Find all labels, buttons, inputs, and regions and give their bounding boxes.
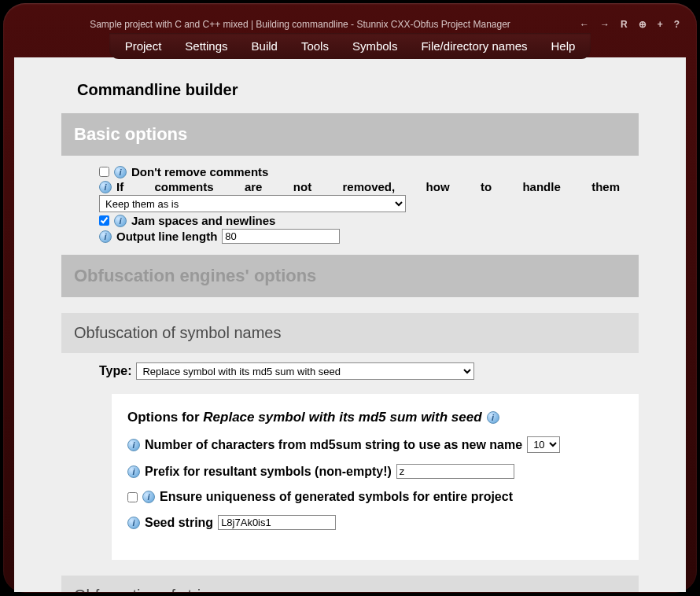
jam-spaces-label: Jam spaces and newlines <box>131 214 275 227</box>
section-engines-options: Obfuscation engines' options <box>61 255 639 297</box>
subsection-symbol-names: Obfuscation of symbol names <box>61 313 639 353</box>
info-icon[interactable] <box>127 439 140 451</box>
symbol-options-card: Options for Replace symbol with its md5 … <box>112 394 639 560</box>
num-chars-label: Number of characters from md5sum string … <box>145 438 522 452</box>
seed-input[interactable] <box>218 515 336 530</box>
subsection-strings: Obfuscation of strings <box>61 576 639 592</box>
info-icon[interactable] <box>142 491 155 503</box>
menubar: Project Settings Build Tools Symbols Fil… <box>109 33 591 59</box>
menu-help[interactable]: Help <box>551 39 576 53</box>
dont-remove-comments-checkbox[interactable] <box>99 167 109 177</box>
jam-spaces-checkbox[interactable] <box>99 215 109 226</box>
nav-forward-icon[interactable]: → <box>600 19 610 30</box>
info-icon[interactable] <box>127 465 140 478</box>
comments-handling-select[interactable]: Keep them as is <box>99 195 406 212</box>
symbol-type-row: Type: Replace symbol with its md5 sum wi… <box>61 362 639 380</box>
basic-options-block: Don't remove comments Ifcommentsarenotre… <box>61 165 639 255</box>
seed-label: Seed string <box>145 516 213 530</box>
info-icon[interactable] <box>127 517 140 529</box>
page-title: Commandline builder <box>77 81 639 99</box>
titlebar-controls: ← → R ⊕ + ? <box>580 19 680 30</box>
prefix-label: Prefix for resultant symbols (non-empty!… <box>145 465 392 479</box>
section-basic-options: Basic options <box>61 113 639 156</box>
nav-back-icon[interactable]: ← <box>580 19 589 30</box>
info-icon[interactable] <box>114 215 127 227</box>
info-icon[interactable] <box>487 411 499 424</box>
titlebar: Sample project with C and C++ mixed | Bu… <box>14 14 686 33</box>
info-icon[interactable] <box>99 230 112 243</box>
window-title: Sample project with C and C++ mixed | Bu… <box>20 19 580 30</box>
symbol-type-select[interactable]: Replace symbol with its md5 sum with see… <box>136 362 474 380</box>
type-label: Type: <box>99 364 131 378</box>
menu-symbols[interactable]: Symbols <box>352 39 398 53</box>
num-chars-select[interactable]: 10 <box>527 436 560 453</box>
menu-tools[interactable]: Tools <box>301 39 329 53</box>
info-icon[interactable] <box>114 166 127 178</box>
reload-icon[interactable]: R <box>621 19 628 30</box>
comments-handling-label: Ifcommentsarenotremoved,howtohandlethem <box>116 180 620 193</box>
prefix-input[interactable] <box>396 464 514 479</box>
help-icon[interactable]: ? <box>674 19 680 30</box>
content-area: Commandline builder Basic options Don't … <box>14 57 686 592</box>
plus-icon[interactable]: + <box>658 19 663 30</box>
menu-project[interactable]: Project <box>125 39 162 53</box>
info-icon[interactable] <box>99 181 112 193</box>
menu-filedir[interactable]: File/directory names <box>421 39 527 53</box>
ensure-uniqueness-checkbox[interactable] <box>127 492 138 502</box>
menu-settings[interactable]: Settings <box>185 39 227 53</box>
add-circle-icon[interactable]: ⊕ <box>639 19 647 30</box>
line-length-input[interactable] <box>222 229 340 244</box>
menu-build[interactable]: Build <box>252 39 278 53</box>
line-length-label: Output line length <box>116 230 217 243</box>
window-frame: Sample project with C and C++ mixed | Bu… <box>3 3 697 593</box>
dont-remove-comments-label: Don't remove comments <box>131 165 268 178</box>
ensure-uniqueness-label: Ensure uniqueness of generated symbols f… <box>160 490 513 504</box>
card-title: Options for Replace symbol with its md5 … <box>127 410 482 425</box>
